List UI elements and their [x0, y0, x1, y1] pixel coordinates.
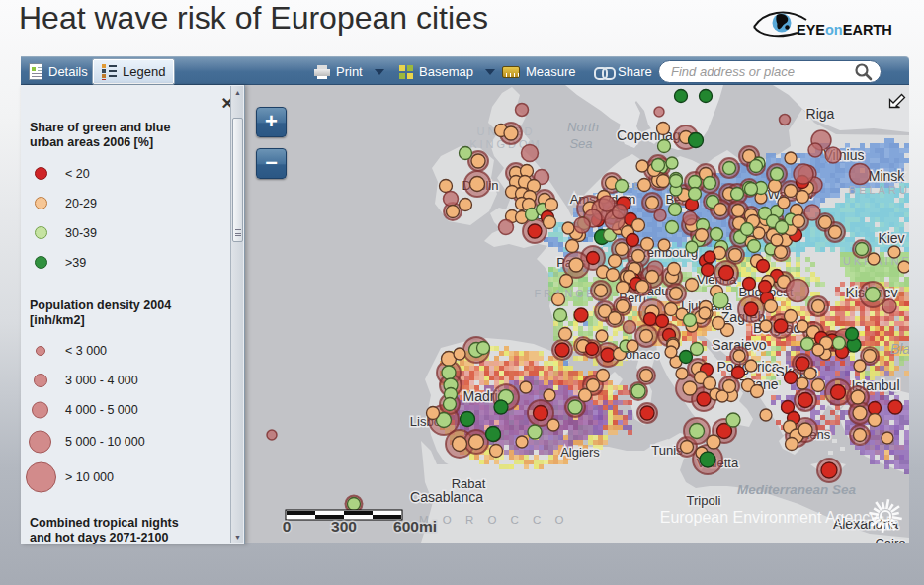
svg-text:European Environment Agency: European Environment Agency	[660, 509, 879, 526]
svg-text:Mediterranean Sea: Mediterranean Sea	[737, 482, 857, 497]
svg-text:Minsk: Minsk	[869, 168, 906, 184]
svg-text:Riga: Riga	[806, 106, 835, 122]
svg-text:600mi: 600mi	[393, 518, 437, 535]
svg-text:Bla: Bla	[890, 341, 909, 357]
svg-text:Tripoli: Tripoli	[687, 493, 721, 508]
svg-text:North: North	[567, 120, 599, 134]
svg-text:Algiers: Algiers	[560, 445, 600, 460]
svg-text:EYEonEARTH: EYEonEARTH	[797, 22, 892, 38]
svg-text:FRANCE: FRANCE	[534, 288, 596, 299]
svg-text:Kiev: Kiev	[878, 230, 904, 246]
svg-text:Sea: Sea	[569, 136, 592, 151]
svg-text:0: 0	[283, 518, 292, 535]
svg-text:BELARUS: BELARUS	[849, 184, 909, 196]
svg-text:Casablanca: Casablanca	[410, 489, 483, 505]
svg-text:300: 300	[331, 518, 357, 535]
svg-text:M O R O C C O: M O R O C C O	[419, 514, 569, 526]
svg-text:Cairo: Cairo	[875, 536, 905, 543]
